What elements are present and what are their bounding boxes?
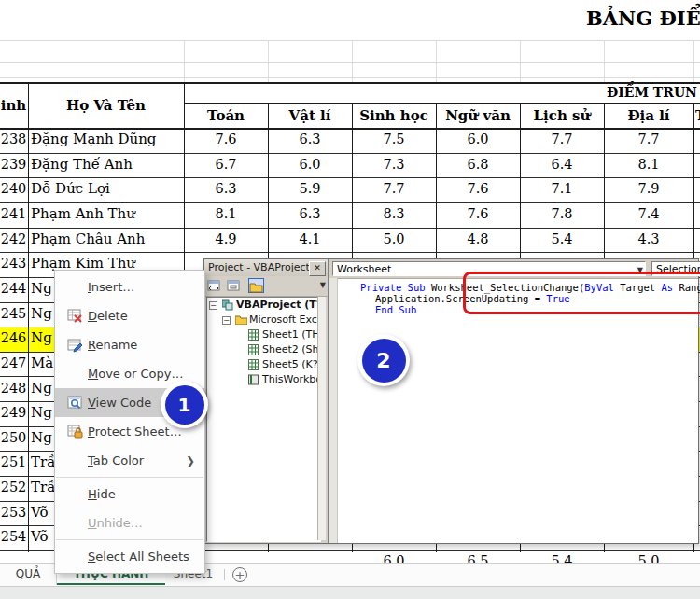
score-cell: 4.3 <box>604 231 693 246</box>
menu-item-rename[interactable]: Rename <box>55 330 204 359</box>
menu-item-label: Hide <box>88 487 116 501</box>
row-id: 248 <box>0 381 27 396</box>
page-title: BẢNG ĐIỂM <box>586 7 700 30</box>
row-name: Ng <box>31 329 52 346</box>
score-cell: 7.1 <box>520 181 604 196</box>
row-id: 249 <box>0 405 27 420</box>
name-column-header: Họ Và Tên <box>28 97 184 114</box>
row-name: Ng <box>31 404 52 421</box>
row-id: 247 <box>0 355 27 370</box>
row-name: Võ <box>31 528 49 545</box>
excel-window: BẢNG ĐIỂM inh Họ Và Tên ĐIỂM TRUN T Toán… <box>0 0 700 599</box>
menu-item-hide[interactable]: Hide <box>55 480 204 508</box>
protect-sheet-icon <box>67 424 83 439</box>
table-row[interactable]: 238Đặng Mạnh Dũng7.66.37.56.07.77.7 <box>0 129 700 154</box>
tree-folder-excel-objects[interactable]: −Microsoft Excel Objects <box>207 313 320 327</box>
table-row[interactable]: 241Phạm Anh Thư8.16.38.37.67.87.4 <box>0 203 700 229</box>
step-badge-2: 2 <box>357 334 410 386</box>
score-cell: 7.8 <box>520 206 604 221</box>
add-sheet-button[interactable]: + <box>232 567 247 582</box>
toolbar-overflow-icon[interactable]: ▼ <box>320 281 326 289</box>
subject-header: Toán <box>184 107 268 124</box>
score-cell: 6.3 <box>184 181 268 196</box>
table-row[interactable]: 240Đỗ Đức Lợi6.35.97.77.67.17.9 <box>0 178 700 203</box>
score-cell: 6.0 <box>268 157 352 172</box>
project-toolbar: ▼ <box>204 276 328 297</box>
sheet-tab-ketqua[interactable]: QUẢ <box>0 564 57 585</box>
score-cell: 6.8 <box>436 157 520 172</box>
folder-icon <box>235 314 246 326</box>
menu-item-insert[interactable]: Insert… <box>55 272 204 301</box>
score-cell: 4.1 <box>268 231 352 246</box>
row-name: Đặng Mạnh Dũng <box>31 131 156 147</box>
tree-item-thisworkbook[interactable]: ThisWorkbook <box>207 372 320 387</box>
score-cell: 4.9 <box>184 231 268 246</box>
clipped-score: 5.4 <box>520 553 604 563</box>
table-border <box>28 82 29 552</box>
score-cell: 6.7 <box>184 157 268 172</box>
next-column-header: T <box>695 107 700 124</box>
menu-item-label: Move or Copy… <box>88 367 183 381</box>
row-id: 254 <box>0 529 27 544</box>
vba-project-explorer: Project - VBAProject ✕ ▼ −VBAProject (T?… <box>204 259 329 543</box>
score-cell: 5.4 <box>520 231 604 246</box>
menu-item-unhide: Unhide… <box>55 508 204 537</box>
subject-header: Vật lí <box>268 107 352 124</box>
row-name: Ng <box>31 429 52 446</box>
score-cell: 6.4 <box>520 157 604 172</box>
menu-item-label: Insert… <box>88 280 134 294</box>
group-header: ĐIỂM TRUN <box>607 85 700 100</box>
row-id: 241 <box>0 206 27 221</box>
row-id: 244 <box>0 281 27 296</box>
project-scrollbar[interactable] <box>317 297 326 540</box>
score-cell: 7.7 <box>352 181 436 196</box>
close-icon[interactable]: ✕ <box>309 261 326 276</box>
sheet-icon <box>248 359 259 370</box>
tab-separator <box>224 569 225 580</box>
tree-item-sheet2[interactable]: Sheet2 (Sheet1) <box>207 342 320 357</box>
clipped-score: 6.5 <box>436 553 520 563</box>
score-cell: 7.6 <box>436 206 520 221</box>
tree-item-label: Sheet2 (Sheet1) <box>262 342 321 357</box>
menu-item-label: Unhide… <box>88 516 143 530</box>
score-cell: 7.6 <box>436 181 520 196</box>
score-cell: 5.9 <box>268 181 352 196</box>
view-code-icon[interactable] <box>207 278 223 293</box>
table-row[interactable]: 239Đặng Thế Anh6.76.07.36.86.48.1 <box>0 154 700 179</box>
menu-item-label: Select All Sheets <box>88 550 189 564</box>
score-cell: 7.7 <box>520 132 604 146</box>
row-id: 240 <box>0 181 27 196</box>
tree-item-sheet1[interactable]: Sheet1 (TH?C HÀNH <box>207 327 320 342</box>
clipped-score: 6.0 <box>352 553 436 563</box>
menu-item-label: View Code <box>88 396 151 410</box>
delete-icon <box>67 308 83 324</box>
row-name: Ng <box>31 380 52 397</box>
row-name: Võ <box>31 504 49 521</box>
score-cell: 7.7 <box>604 132 693 146</box>
menu-item-tab-color[interactable]: Tab Color❯ <box>55 446 204 475</box>
project-icon <box>222 300 233 311</box>
collapse-icon[interactable]: − <box>222 316 231 325</box>
sheet-icon <box>248 344 259 355</box>
highlight-red-box <box>463 272 700 314</box>
view-object-icon[interactable] <box>227 278 243 293</box>
score-cell: 8.1 <box>184 206 268 221</box>
row-name: Mà <box>31 355 53 371</box>
table-row[interactable]: 242Phạm Châu Anh4.94.15.04.85.44.3 <box>0 229 700 254</box>
submenu-arrow-icon: ❯ <box>186 454 195 467</box>
toggle-folders-icon[interactable] <box>248 278 264 293</box>
collapse-icon[interactable]: − <box>209 301 217 310</box>
tree-item-sheet3[interactable]: Sheet5 (K?T QU?) <box>207 357 320 372</box>
menu-item-label: Delete <box>88 309 128 323</box>
tree-item-label: Sheet5 (K?T QU?) <box>262 357 321 372</box>
menu-item-select-all-sheets[interactable]: Select All Sheets <box>55 542 204 571</box>
menu-item-label: Protect Sheet… <box>88 425 182 439</box>
row-id: 253 <box>0 505 27 520</box>
subject-header: Lịch sử <box>520 107 604 124</box>
tree-item-label: Sheet1 (TH?C HÀNH <box>262 327 321 342</box>
tree-root-vbaproject[interactable]: −VBAProject (T? d?ng tô <box>207 298 320 313</box>
menu-item-delete[interactable]: Delete <box>55 301 204 330</box>
score-cell: 7.5 <box>352 132 436 146</box>
row-id: 243 <box>0 256 27 271</box>
row-name: Trầ <box>31 453 55 470</box>
